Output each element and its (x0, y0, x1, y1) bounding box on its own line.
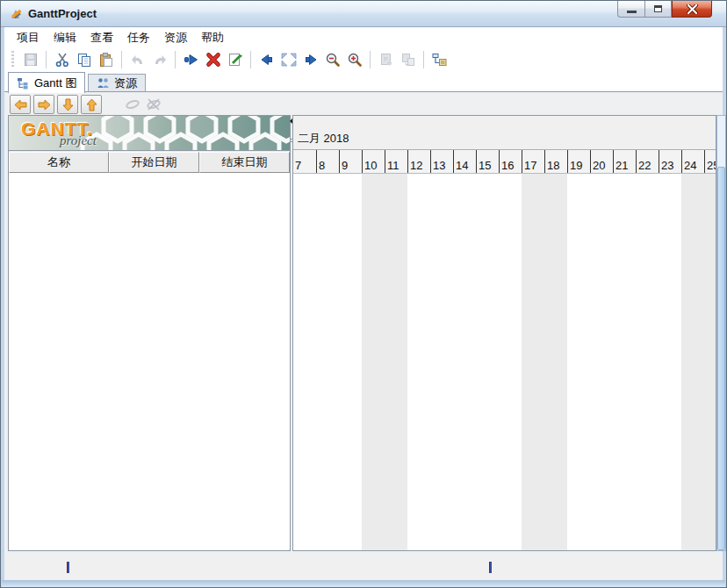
day-header-cell[interactable]: 21 (613, 150, 636, 173)
tab-bar: Gantt 图 资源 (4, 71, 723, 91)
minimize-button[interactable] (617, 1, 644, 18)
unlink-tasks-button[interactable] (143, 95, 164, 114)
tab-resources[interactable]: 资源 (88, 74, 146, 91)
sync-button[interactable] (397, 49, 419, 71)
hierarchy-icon (431, 52, 448, 68)
day-header-cell[interactable]: 8 (316, 150, 339, 173)
paste-button[interactable] (95, 49, 117, 71)
day-header-cell[interactable]: 12 (407, 150, 430, 173)
column-header-2[interactable]: 结束日期 (199, 152, 290, 173)
save-button[interactable] (19, 49, 41, 71)
menu-item-0[interactable]: 项目 (10, 28, 47, 47)
move-up-button[interactable] (81, 95, 102, 114)
table-header-row: 名称开始日期结束日期 (9, 151, 290, 173)
weekend-column (385, 174, 407, 550)
report-button[interactable]: P (375, 49, 397, 71)
weekday-column (316, 174, 339, 550)
navigate-forward-button[interactable] (299, 49, 321, 71)
hexagon-pattern (79, 116, 290, 150)
chart-canvas[interactable] (293, 174, 716, 550)
vertical-scrollbar[interactable] (716, 115, 726, 551)
move-down-button[interactable] (57, 95, 78, 114)
day-header-cell[interactable]: 14 (453, 150, 476, 173)
copy-button[interactable] (73, 49, 95, 71)
scrollbar-thumb[interactable] (717, 167, 725, 550)
title-bar[interactable]: GanttProject (1, 1, 726, 27)
weekday-column (499, 174, 522, 550)
app-icon (9, 6, 24, 21)
day-header-cell[interactable]: 15 (476, 150, 499, 173)
navigate-back-button[interactable] (256, 49, 277, 71)
close-icon (687, 4, 698, 14)
cut-button[interactable] (51, 49, 73, 71)
toolbar-grip[interactable] (11, 51, 14, 68)
day-number: 13 (433, 159, 445, 172)
weekday-column (476, 174, 499, 550)
day-header-cell[interactable]: 18 (544, 150, 567, 173)
day-header-cell[interactable]: 19 (567, 150, 590, 173)
menu-item-5[interactable]: 帮助 (194, 28, 231, 47)
weekday-column (407, 174, 430, 550)
zoom-out-button[interactable] (321, 49, 343, 71)
day-header-cell[interactable]: 25 (704, 150, 716, 173)
weekend-column (362, 174, 385, 550)
redo-button[interactable] (148, 49, 170, 71)
menu-item-1[interactable]: 编辑 (47, 28, 83, 47)
edit-task-button[interactable] (224, 49, 246, 71)
day-number: 25 (707, 159, 716, 172)
link-icon (125, 98, 140, 111)
zoom-in-button[interactable] (343, 49, 365, 71)
weekday-column (567, 174, 590, 550)
day-header-cell[interactable]: 7 (293, 150, 316, 173)
column-header-0[interactable]: 名称 (9, 152, 109, 173)
day-number: 23 (661, 159, 673, 172)
indent-arrow-icon (184, 52, 199, 68)
zoom-fit-button[interactable] (277, 49, 299, 71)
indent-button[interactable] (180, 49, 202, 71)
timeline-month-header[interactable]: 二月 2018 (293, 116, 716, 150)
window-bottom-border (2, 580, 725, 587)
day-header-cell[interactable]: 10 (362, 150, 385, 173)
day-number: 22 (638, 159, 651, 172)
close-button[interactable] (672, 1, 712, 18)
scroll-left-button[interactable] (10, 95, 31, 114)
weekend-column (544, 174, 567, 550)
arrow-right-icon (38, 99, 51, 111)
paste-icon (98, 52, 114, 68)
report-icon: P (378, 52, 394, 68)
day-header-cell[interactable]: 22 (636, 150, 659, 173)
hierarchy-button[interactable] (428, 49, 450, 71)
delete-button[interactable] (202, 49, 224, 71)
copy-icon (76, 52, 92, 68)
undo-button[interactable] (126, 49, 148, 71)
day-header-cell[interactable]: 20 (590, 150, 613, 173)
timeline-day-header[interactable]: 78910111213141516171819202122232425 (293, 150, 716, 174)
tab-gantt[interactable]: Gantt 图 (8, 72, 85, 93)
column-header-1[interactable]: 开始日期 (109, 152, 199, 173)
weekend-column (522, 174, 544, 550)
navigate-forward-icon (303, 52, 319, 68)
day-header-cell[interactable]: 24 (681, 150, 704, 173)
delete-icon (205, 52, 221, 68)
window-title: GanttProject (28, 7, 97, 20)
day-number: 9 (342, 159, 348, 172)
menu-item-4[interactable]: 资源 (157, 28, 194, 47)
day-header-cell[interactable]: 23 (659, 150, 681, 173)
menu-item-2[interactable]: 查看 (83, 28, 120, 47)
gantt-logo-banner: GANTT. project (9, 116, 290, 151)
task-table-body[interactable] (9, 173, 290, 550)
day-header-cell[interactable]: 17 (522, 150, 544, 173)
maximize-button[interactable] (644, 1, 672, 18)
weekday-column (613, 174, 636, 550)
link-tasks-button[interactable] (122, 95, 143, 114)
day-number: 24 (684, 159, 696, 172)
day-header-cell[interactable]: 9 (339, 150, 362, 173)
day-header-cell[interactable]: 13 (430, 150, 453, 173)
day-header-cell[interactable]: 16 (499, 150, 522, 173)
svg-text:P: P (384, 56, 388, 62)
menu-item-3[interactable]: 任务 (120, 28, 157, 47)
scroll-right-button[interactable] (33, 95, 54, 114)
day-header-cell[interactable]: 11 (385, 150, 407, 173)
day-number: 17 (524, 159, 536, 172)
minimize-icon (627, 11, 637, 13)
